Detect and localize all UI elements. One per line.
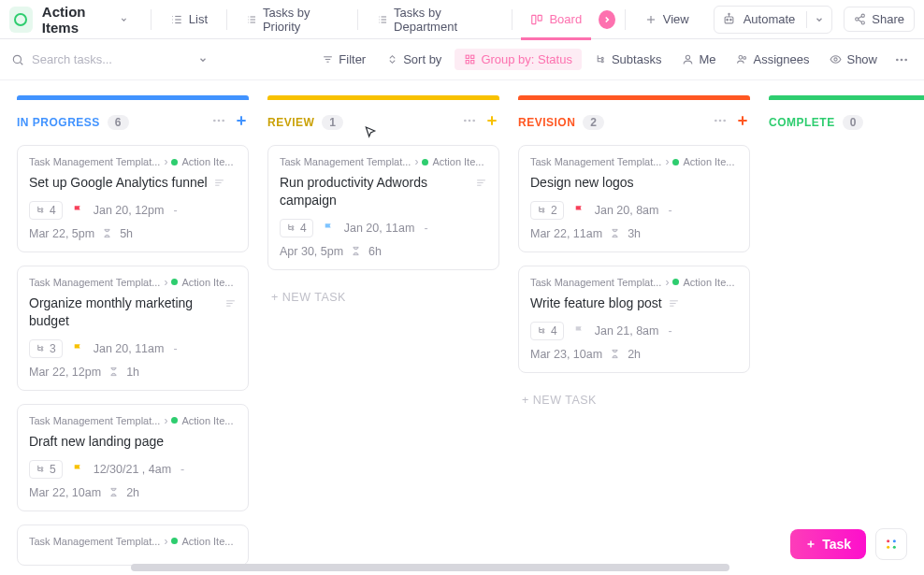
column-header: REVIEW 1 <box>267 113 499 132</box>
assignees-button[interactable]: Assignees <box>729 49 816 70</box>
list-icon <box>170 13 183 26</box>
subtask-icon <box>36 464 46 474</box>
breadcrumb[interactable]: Task Management Templat... › Action Ite.… <box>29 155 237 168</box>
people-icon <box>736 53 748 65</box>
svg-point-27 <box>729 13 729 14</box>
dash: - <box>180 463 184 476</box>
svg-point-47 <box>834 58 837 61</box>
subtask-icon <box>537 205 547 215</box>
task-title: Write feature blog post <box>530 295 662 312</box>
svg-point-78 <box>715 120 717 122</box>
next-view-button[interactable] <box>599 10 615 29</box>
due-date: Mar 22, 11am <box>530 227 602 240</box>
show-button[interactable]: Show <box>822 49 885 70</box>
svg-point-59 <box>41 208 43 210</box>
hourglass-icon <box>351 246 361 256</box>
column-title: COMPLETE <box>769 116 835 129</box>
column-add-button[interactable] <box>484 113 499 132</box>
task-card[interactable]: Task Management Templat... › Action Ite.… <box>518 145 750 252</box>
automate-button[interactable]: Automate <box>714 6 833 34</box>
task-card[interactable]: Task Management Templat... › Action Ite.… <box>17 404 249 511</box>
share-button[interactable]: Share <box>844 7 915 32</box>
breadcrumb[interactable]: Task Management Templat... › Action Ite.… <box>530 155 738 168</box>
more-button[interactable] <box>890 49 913 71</box>
svg-point-43 <box>601 61 603 63</box>
svg-point-53 <box>222 120 224 122</box>
breadcrumb[interactable]: Task Management Templat... › Action Ite.… <box>29 276 237 289</box>
column-count: 1 <box>322 115 343 130</box>
crumb-folder: Task Management Templat... <box>29 156 160 167</box>
subtask-count[interactable]: 4 <box>29 201 63 220</box>
svg-point-67 <box>41 469 43 471</box>
svg-rect-19 <box>532 15 536 23</box>
add-view-button[interactable]: View <box>635 7 699 32</box>
crumb-folder: Task Management Templat... <box>530 277 661 288</box>
column-add-button[interactable] <box>735 113 750 132</box>
breadcrumb[interactable]: Task Management Templat... › Action Ite.… <box>29 414 237 427</box>
view-department[interactable]: Tasks by Department <box>368 0 502 39</box>
subtask-count[interactable]: 4 <box>530 322 564 340</box>
svg-point-100 <box>893 546 896 549</box>
space-title-button[interactable]: Action Items <box>42 4 128 36</box>
svg-point-60 <box>41 211 43 213</box>
status-dot-icon <box>672 279 679 285</box>
board[interactable]: IN PROGRESS 6 Task Management Templat...… <box>0 80 924 575</box>
chevron-down-icon[interactable] <box>198 55 208 65</box>
column-more-button[interactable] <box>211 113 226 132</box>
task-card[interactable]: Task Management Templat... › Action Ite.… <box>17 145 249 252</box>
breadcrumb[interactable]: Task Management Templat... › Action Ite.… <box>530 276 738 289</box>
filter-button[interactable]: Filter <box>314 49 373 70</box>
svg-point-70 <box>472 120 475 122</box>
app-logo[interactable] <box>9 7 33 33</box>
time-estimate: 6h <box>368 245 382 258</box>
crumb-list: Action Ite... <box>181 156 233 167</box>
me-button[interactable]: Me <box>674 49 723 70</box>
task-card[interactable]: Task Management Templat... › Action Ite.… <box>17 266 249 391</box>
view-list[interactable]: List <box>161 7 217 32</box>
group-by-button[interactable]: Group by: Status <box>455 49 582 70</box>
svg-point-65 <box>41 350 43 352</box>
new-task-fab[interactable]: Task <box>790 529 866 559</box>
column-more-button[interactable] <box>462 113 477 132</box>
task-card[interactable]: Task Management Templat... › Action Ite.… <box>267 145 499 270</box>
column-add-button[interactable] <box>234 113 249 132</box>
sort-button[interactable]: Sort by <box>379 49 449 70</box>
svg-point-77 <box>292 229 294 231</box>
subtask-count[interactable]: 2 <box>530 201 564 220</box>
view-priority[interactable]: Tasks by Priority <box>237 0 348 39</box>
time-estimate: 2h <box>628 348 641 361</box>
svg-point-49 <box>901 58 903 61</box>
subtask-count[interactable]: 3 <box>29 339 63 358</box>
task-card[interactable]: Task Management Templat... › Action Ite.… <box>17 525 249 566</box>
horizontal-scrollbar[interactable] <box>131 564 729 571</box>
chevron-right-icon: › <box>164 155 167 168</box>
apps-fab[interactable] <box>875 528 907 560</box>
svg-rect-39 <box>471 55 474 58</box>
new-task-button[interactable]: + NEW TASK <box>518 386 750 414</box>
chevron-down-icon <box>120 15 128 24</box>
svg-rect-20 <box>539 15 542 21</box>
subtasks-button[interactable]: Subtasks <box>587 49 669 70</box>
hourglass-icon <box>102 228 112 238</box>
search-input[interactable] <box>32 52 163 66</box>
column-header: IN PROGRESS 6 <box>17 113 249 132</box>
dash: - <box>668 204 671 217</box>
new-task-button[interactable]: + NEW TASK <box>267 283 499 311</box>
column-more-button[interactable] <box>713 113 728 132</box>
subtask-count[interactable]: 4 <box>280 219 313 237</box>
subtask-icon <box>36 205 46 215</box>
automate-caret[interactable] <box>806 11 824 28</box>
sort-icon <box>386 53 398 65</box>
breadcrumb[interactable]: Task Management Templat... › Action Ite.… <box>29 535 237 548</box>
svg-point-76 <box>292 226 294 228</box>
description-icon <box>475 177 487 189</box>
breadcrumb[interactable]: Task Management Templat... › Action Ite.… <box>280 155 487 168</box>
list-icon <box>377 13 388 26</box>
svg-point-50 <box>904 58 907 61</box>
view-board[interactable]: Board <box>521 7 591 32</box>
start-date: Jan 20, 11am <box>344 222 415 235</box>
search-icon <box>11 53 24 66</box>
subtask-count[interactable]: 5 <box>29 460 63 479</box>
column-review: REVIEW 1 Task Management Templat... › Ac… <box>267 95 499 560</box>
task-card[interactable]: Task Management Templat... › Action Ite.… <box>518 266 750 373</box>
